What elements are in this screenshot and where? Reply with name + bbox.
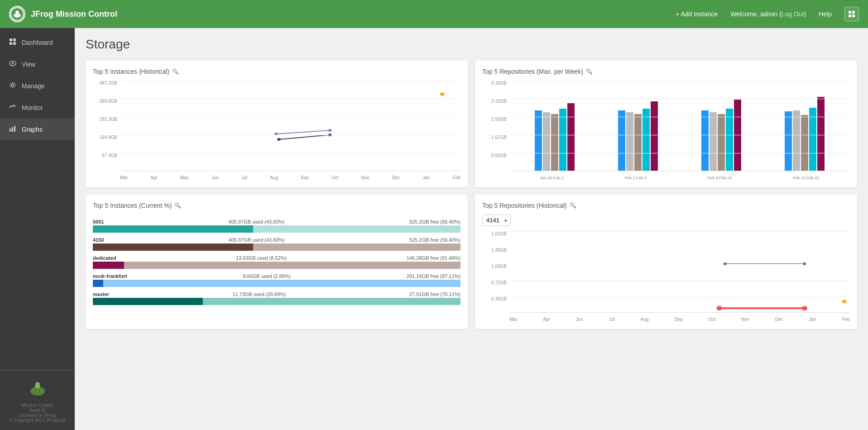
instance-row: 4150 405.97GB used (43.60%) 525.2GB free… xyxy=(93,237,460,251)
chart-title-repos-historical: Top 5 Repositories (Historical) 🔍 xyxy=(482,202,850,209)
header-right: + Add Instance Welcome, admin (Log Out) … xyxy=(672,7,859,21)
repos-historical-svg xyxy=(509,231,850,313)
page-title: Storage xyxy=(86,37,857,52)
svg-point-33 xyxy=(716,306,722,311)
footer-copyright: © Copyright 2017 JFrog Ltd xyxy=(7,418,67,423)
instance-row: 5001 405.97GB used (43.60%) 525.2GB free… xyxy=(93,219,460,233)
app-title: JFrog Mission Control xyxy=(31,10,117,19)
instance-row: master 11.73GB used (29.89%) 27.51GB fre… xyxy=(93,291,460,305)
sidebar-item-view[interactable]: View xyxy=(0,53,75,75)
sidebar-item-monitor[interactable]: Monitor xyxy=(0,97,75,119)
footer-licensed: Licensed to JFrog xyxy=(7,413,67,418)
footer-build: (build 1) xyxy=(7,408,67,413)
jfrog-logo xyxy=(27,377,48,399)
chart-title-instances-current: Top 5 Instances (Current %) 🔍 xyxy=(93,202,460,209)
svg-point-2 xyxy=(15,10,19,14)
svg-rect-6 xyxy=(852,14,855,17)
instance-bars-chart: 5001 405.97GB used (43.60%) 525.2GB free… xyxy=(93,215,460,305)
svg-rect-8 xyxy=(13,38,16,41)
instance-row: mcdr-frankfurt 8.66GB used (2.89%) 291.1… xyxy=(93,273,460,287)
chart-title-instances-historical: Top 5 Instances (Historical) 🔍 xyxy=(93,68,460,75)
header: JFrog Mission Control + Add Instance Wel… xyxy=(0,0,868,28)
chart-grid: Top 5 Instances (Historical) 🔍 487.2GB 3… xyxy=(86,61,857,329)
svg-rect-14 xyxy=(10,129,11,132)
repos-historical-dropdown-wrapper[interactable]: 4141 ▼ xyxy=(482,215,511,226)
svg-point-22 xyxy=(277,138,281,141)
top-repos-max-week-card: Top 5 Repositories (Max. per Week) 🔍 4.1… xyxy=(475,61,857,187)
sidebar-item-graphs[interactable]: Graphs xyxy=(0,119,75,140)
svg-point-31 xyxy=(842,300,846,303)
svg-point-12 xyxy=(12,62,14,64)
svg-rect-3 xyxy=(849,11,851,14)
svg-rect-15 xyxy=(12,127,13,132)
svg-point-26 xyxy=(328,129,332,132)
instances-historical-search-icon[interactable]: 🔍 xyxy=(172,68,179,75)
manage-icon xyxy=(9,81,16,91)
main-layout: Dashboard View Manage xyxy=(0,28,868,430)
svg-point-13 xyxy=(11,84,14,86)
svg-rect-4 xyxy=(852,11,855,14)
view-icon xyxy=(9,60,16,69)
svg-point-34 xyxy=(801,306,807,311)
footer-app-name: Mission Control xyxy=(7,403,67,408)
app-logo xyxy=(9,6,25,22)
svg-rect-16 xyxy=(14,126,15,132)
svg-point-27 xyxy=(440,92,445,96)
repos-max-week-chart: 4.16GB 3.33GB 2.50GB 1.67GB 0.83GB xyxy=(482,81,850,180)
sidebar-item-dashboard[interactable]: Dashboard xyxy=(0,32,75,53)
instance-row: dedicated 13.63GB used (8.52%) 146.28GB … xyxy=(93,255,460,269)
main-content: Storage Top 5 Instances (Historical) 🔍 4… xyxy=(75,28,868,430)
svg-point-20 xyxy=(35,382,40,387)
svg-rect-9 xyxy=(10,42,12,45)
header-left: JFrog Mission Control xyxy=(9,6,117,22)
repos-historical-chart: 1.81GB 1.45GB 1.09GB 0.72GB 0.36GB xyxy=(482,231,850,322)
graphs-label: Graphs xyxy=(22,126,43,133)
svg-line-24 xyxy=(276,130,330,134)
top-instances-current-card: Top 5 Instances (Current %) 🔍 5001 405.9… xyxy=(86,195,468,329)
add-instance-button[interactable]: + Add Instance xyxy=(672,9,721,19)
svg-rect-32 xyxy=(719,307,805,309)
dashboard-icon xyxy=(9,38,16,47)
svg-rect-10 xyxy=(13,42,16,45)
svg-rect-7 xyxy=(10,38,12,41)
repos-historical-search-icon[interactable]: 🔍 xyxy=(570,202,576,209)
monitor-label: Monitor xyxy=(22,104,43,111)
monitor-icon xyxy=(9,103,16,112)
repos-max-week-search-icon[interactable]: 🔍 xyxy=(586,68,593,75)
logout-link[interactable]: Log Out xyxy=(782,10,804,18)
sidebar-item-manage[interactable]: Manage xyxy=(0,75,75,97)
welcome-text: Welcome, admin (Log Out) xyxy=(730,10,806,18)
sidebar: Dashboard View Manage xyxy=(0,28,75,430)
sidebar-footer: Mission Control (build 1) Licensed to JF… xyxy=(0,370,75,430)
notifications-icon[interactable] xyxy=(844,7,859,21)
svg-line-21 xyxy=(279,135,330,139)
top-repos-historical-card: Top 5 Repositories (Historical) 🔍 4141 ▼… xyxy=(475,195,857,329)
graphs-icon xyxy=(9,125,16,134)
chart-title-repos-max-week: Top 5 Repositories (Max. per Week) 🔍 xyxy=(482,68,850,75)
instances-current-search-icon[interactable]: 🔍 xyxy=(174,202,181,209)
dashboard-label: Dashboard xyxy=(22,39,53,46)
instances-historical-chart: 487.2GB 389.8GB 292.3GB 194.9GB 97.4GB xyxy=(93,81,460,180)
top-instances-historical-card: Top 5 Instances (Historical) 🔍 487.2GB 3… xyxy=(86,61,468,187)
manage-label: Manage xyxy=(22,82,45,90)
line-chart-svg xyxy=(120,81,460,171)
svg-rect-5 xyxy=(849,14,851,17)
view-label: View xyxy=(22,61,35,68)
repos-historical-dropdown[interactable]: 4141 xyxy=(482,215,511,226)
help-button[interactable]: Help xyxy=(815,9,835,19)
